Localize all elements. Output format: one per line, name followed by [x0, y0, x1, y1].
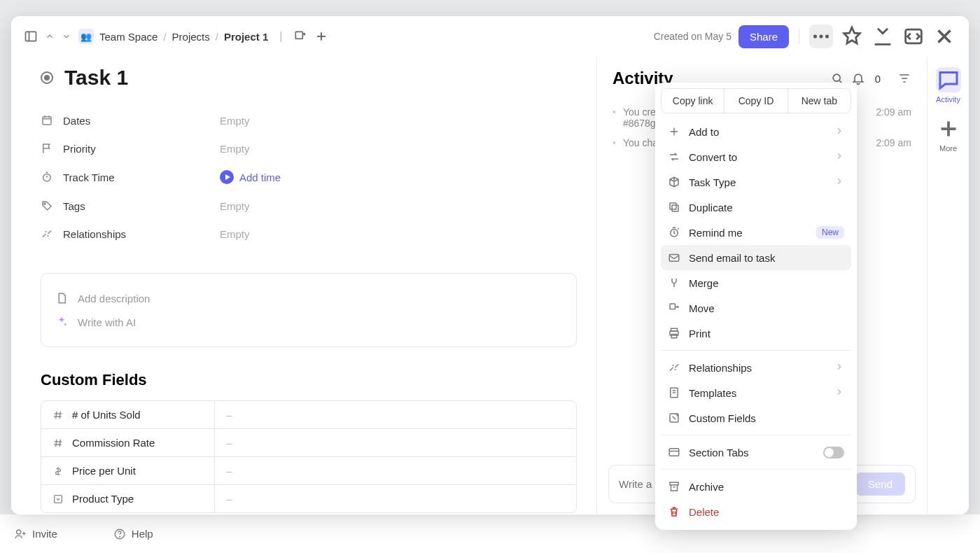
menu-add-to[interactable]: Add to — [661, 119, 851, 144]
menu-convert-to[interactable]: Convert to — [661, 144, 851, 169]
rail-more[interactable]: More — [936, 116, 961, 153]
menu-remind-me[interactable]: Remind meNew — [661, 220, 851, 245]
duplicate-icon — [668, 201, 680, 214]
right-rail: Activity More — [927, 57, 969, 514]
task-title[interactable]: Task 1 — [64, 66, 128, 90]
svg-point-13 — [833, 74, 840, 81]
created-meta: Created on May 5 — [654, 31, 732, 42]
add-description[interactable]: Add description — [55, 286, 562, 310]
flag-icon — [41, 142, 53, 155]
chevron-right-icon — [834, 387, 844, 399]
menu-archive[interactable]: Archive — [661, 474, 851, 499]
archive-icon — [668, 480, 680, 493]
svg-rect-25 — [670, 482, 678, 485]
help-icon — [113, 528, 126, 540]
bc-current[interactable]: Project 1 — [224, 31, 268, 43]
bell-icon[interactable] — [851, 71, 865, 85]
write-with-ai[interactable]: Write with AI — [55, 310, 562, 334]
svg-rect-4 — [296, 31, 303, 38]
svg-rect-9 — [43, 117, 51, 125]
prop-dates[interactable]: Dates Empty — [41, 106, 577, 134]
menu-templates[interactable]: Templates — [661, 380, 851, 405]
svg-point-7 — [825, 34, 829, 38]
chevron-right-icon — [834, 151, 844, 163]
custom-fields-table: # of Units Sold–Commission Rate–Price pe… — [41, 400, 577, 513]
rail-activity[interactable]: Activity — [936, 67, 961, 104]
menu-task-type[interactable]: Task Type — [661, 169, 851, 195]
invite-label: Invite — [32, 528, 57, 540]
close-icon[interactable] — [932, 24, 956, 48]
sparkle-icon — [55, 316, 68, 328]
merge-icon — [668, 276, 680, 289]
menu-merge[interactable]: Merge — [661, 270, 851, 295]
more-actions-button[interactable] — [809, 24, 833, 48]
menu-delete[interactable]: Delete — [661, 499, 851, 524]
context-menu: Copy linkCopy IDNew tab Add toConvert to… — [655, 83, 857, 530]
share-button[interactable]: Share — [738, 25, 789, 48]
tabs-icon — [668, 446, 680, 458]
calendar-icon — [41, 114, 53, 127]
prev-task-icon[interactable] — [45, 31, 55, 41]
menu-relationships[interactable]: Relationships — [661, 355, 851, 380]
next-task-icon[interactable] — [62, 31, 71, 41]
ctx-tab[interactable]: New tab — [788, 89, 850, 113]
bc-projects[interactable]: Projects — [172, 31, 210, 43]
dollar-icon — [52, 465, 64, 477]
cf-row[interactable]: Price per Unit– — [41, 457, 576, 485]
sidebar-toggle-icon[interactable] — [24, 29, 38, 43]
breadcrumb: 👥 Team Space / Projects / Project 1 — [78, 29, 268, 44]
prop-tracktime[interactable]: Track Time Add time — [41, 162, 577, 192]
trash-icon — [668, 505, 680, 518]
status-icon[interactable] — [41, 71, 53, 84]
rel-icon — [668, 361, 680, 374]
toggle[interactable] — [823, 447, 844, 458]
ctx-tab[interactable]: Copy ID — [724, 89, 788, 113]
menu-section-tabs[interactable]: Section Tabs — [661, 440, 851, 465]
mail-icon — [668, 251, 680, 264]
cf-row[interactable]: Commission Rate– — [41, 429, 576, 457]
stopwatch-icon — [41, 171, 53, 183]
prop-priority[interactable]: Priority Empty — [41, 134, 577, 162]
chevron-right-icon — [834, 176, 844, 188]
doc-icon — [55, 292, 68, 304]
cf-row[interactable]: Product Type– — [41, 485, 576, 512]
menu-send-email-to-task[interactable]: Send email to task — [661, 245, 851, 270]
prop-relationships[interactable]: Relationships Empty — [41, 220, 577, 248]
add-time-button[interactable]: Add time — [220, 170, 281, 184]
topbar: 👥 Team Space / Projects / Project 1 | Cr… — [11, 16, 969, 57]
menu-duplicate[interactable]: Duplicate — [661, 195, 851, 220]
tag-icon — [41, 200, 53, 212]
svg-rect-3 — [26, 31, 36, 41]
clock-icon — [668, 226, 680, 239]
cf-row[interactable]: # of Units Sold– — [41, 401, 576, 429]
prop-tags[interactable]: Tags Empty — [41, 192, 577, 220]
bc-team[interactable]: Team Space — [99, 31, 158, 43]
menu-move[interactable]: Move — [661, 295, 851, 321]
invite-link[interactable]: Invite — [14, 528, 57, 540]
print-icon — [668, 327, 680, 340]
expand-icon[interactable] — [902, 24, 925, 48]
plus-icon — [936, 116, 961, 141]
send-button[interactable]: Send — [855, 472, 905, 496]
filter-icon[interactable] — [897, 71, 911, 85]
chat-icon — [936, 67, 961, 92]
collapse-icon[interactable] — [871, 24, 895, 48]
svg-point-2 — [119, 536, 120, 537]
help-link[interactable]: Help — [113, 528, 153, 540]
hash-icon — [52, 410, 64, 421]
move-task-icon[interactable] — [293, 29, 307, 43]
favorite-icon[interactable] — [840, 24, 864, 48]
svg-rect-14 — [672, 205, 678, 211]
add-subtask-icon[interactable] — [314, 29, 328, 43]
menu-custom-fields[interactable]: Custom Fields — [661, 405, 851, 430]
plus-icon — [668, 125, 680, 138]
templates-icon — [668, 386, 680, 399]
convert-icon — [668, 150, 680, 163]
svg-point-6 — [819, 34, 822, 38]
cube-icon — [668, 176, 680, 188]
move-icon — [668, 302, 680, 314]
ctx-tab[interactable]: Copy link — [662, 89, 724, 113]
svg-rect-15 — [670, 203, 676, 209]
task-main: Task 1 Dates Empty Priority Empty Track … — [11, 57, 596, 514]
menu-print[interactable]: Print — [661, 321, 851, 346]
